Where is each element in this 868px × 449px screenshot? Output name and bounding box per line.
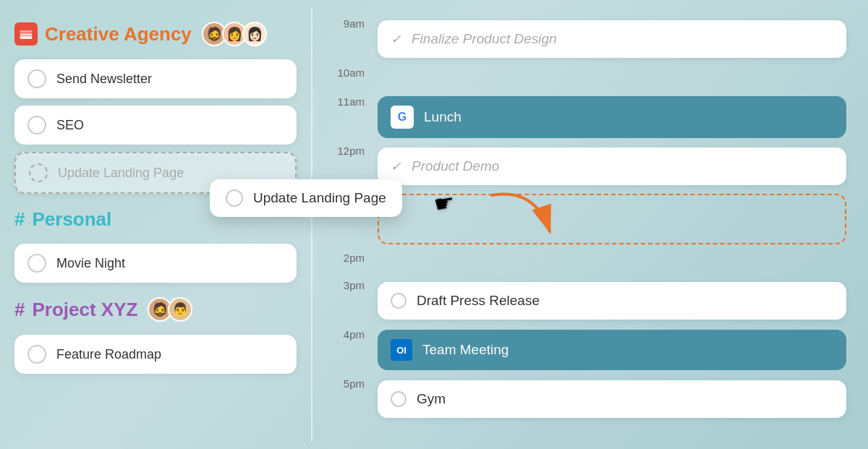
hash-icon-xyz: # <box>14 299 25 321</box>
event-label: Product Demo <box>412 158 499 174</box>
project-xyz-avatars: 🧔 👨 <box>148 297 192 322</box>
layers-icon <box>14 22 38 46</box>
task-label: Movie Night <box>56 256 125 271</box>
creative-agency-avatars: 🧔 👩 👩🏻 <box>202 22 267 46</box>
time-row-12pm: 12pm ✓ Product Demo <box>334 142 846 191</box>
time-label-9am: 9am <box>334 14 365 30</box>
event-label: Lunch <box>424 109 461 125</box>
personal-title: Personal <box>32 208 111 231</box>
time-row-4pm: 4pm Ol Team Meeting <box>334 325 846 375</box>
time-row-3pm: 3pm Draft Press Release <box>334 276 846 325</box>
google-icon: G <box>391 106 414 129</box>
time-label-12pm: 12pm <box>334 142 365 157</box>
check-icon: ✓ <box>391 31 401 47</box>
svg-rect-2 <box>20 36 33 38</box>
project-xyz-section: # Project XYZ 🧔 👨 Feature Roadmap <box>14 297 297 374</box>
svg-rect-0 <box>20 30 33 33</box>
task-feature-roadmap[interactable]: Feature Roadmap <box>14 335 297 374</box>
avatar-3: 👩🏻 <box>242 22 267 46</box>
svg-rect-1 <box>20 33 33 35</box>
time-label-3pm: 3pm <box>334 276 365 291</box>
dragging-task-label: Update Landing Page <box>253 190 386 206</box>
checkbox-feature-roadmap[interactable] <box>27 345 46 364</box>
task-label: SEO <box>56 118 84 133</box>
time-label-4pm: 4pm <box>334 325 365 341</box>
event-label: Finalize Product Design <box>412 31 557 47</box>
dragging-task-item[interactable]: Update Landing Page <box>210 179 402 217</box>
time-row-10am: 10am <box>334 64 846 93</box>
checkbox-gym[interactable] <box>391 391 407 407</box>
task-movie-night[interactable]: Movie Night <box>14 244 297 283</box>
checkbox-send-newsletter[interactable] <box>27 69 46 88</box>
event-gym[interactable]: Gym <box>378 380 846 418</box>
outlook-icon: Ol <box>391 339 412 361</box>
right-panel: 9am ✓ Finalize Product Design 10am 11am … <box>312 0 868 449</box>
event-draft-press[interactable]: Draft Press Release <box>378 282 846 320</box>
dragging-checkbox[interactable] <box>226 189 243 207</box>
time-label-5pm: 5pm <box>334 375 365 390</box>
event-label: Team Meeting <box>422 342 509 358</box>
project-xyz-title: Project XYZ <box>32 299 137 321</box>
creative-agency-header: Creative Agency 🧔 👩 👩🏻 <box>14 22 297 46</box>
task-seo[interactable]: SEO <box>14 106 297 145</box>
checkbox-seo[interactable] <box>27 116 46 134</box>
time-label-2pm: 2pm <box>334 249 365 264</box>
event-team-meeting[interactable]: Ol Team Meeting <box>378 330 846 370</box>
time-row-9am: 9am ✓ Finalize Product Design <box>334 14 846 64</box>
checkbox-update-landing[interactable] <box>29 163 48 182</box>
time-row-5pm: 5pm Gym <box>334 375 846 424</box>
check-icon-2: ✓ <box>391 158 401 174</box>
event-lunch[interactable]: G Lunch <box>378 96 846 138</box>
checkbox-draft[interactable] <box>391 293 407 309</box>
event-product-demo[interactable]: ✓ Product Demo <box>378 147 846 185</box>
task-label: Feature Roadmap <box>56 347 161 362</box>
left-panel: Creative Agency 🧔 👩 👩🏻 Send Newsletter S… <box>0 0 311 449</box>
hash-icon-personal: # <box>14 208 25 231</box>
event-label: Gym <box>417 391 446 407</box>
time-row-1pm: 1pm <box>334 191 846 249</box>
task-send-newsletter[interactable]: Send Newsletter <box>14 59 297 98</box>
time-row-11am: 11am G Lunch <box>334 93 846 142</box>
creative-agency-section: Creative Agency 🧔 👩 👩🏻 Send Newsletter S… <box>14 22 297 194</box>
checkbox-movie-night[interactable] <box>27 254 46 273</box>
avatar-xyz-2: 👨 <box>168 297 192 322</box>
project-xyz-header: # Project XYZ 🧔 👨 <box>14 297 297 322</box>
task-label: Update Landing Page <box>58 166 184 181</box>
time-label-10am: 10am <box>334 64 365 79</box>
creative-agency-title: Creative Agency <box>45 23 192 46</box>
time-row-2pm: 2pm <box>334 249 846 276</box>
time-label-11am: 11am <box>334 93 365 108</box>
task-label: Send Newsletter <box>56 72 152 87</box>
event-finalize-product[interactable]: ✓ Finalize Product Design <box>378 20 846 58</box>
personal-section: # Personal Movie Night <box>14 208 297 283</box>
event-label: Draft Press Release <box>417 293 540 309</box>
